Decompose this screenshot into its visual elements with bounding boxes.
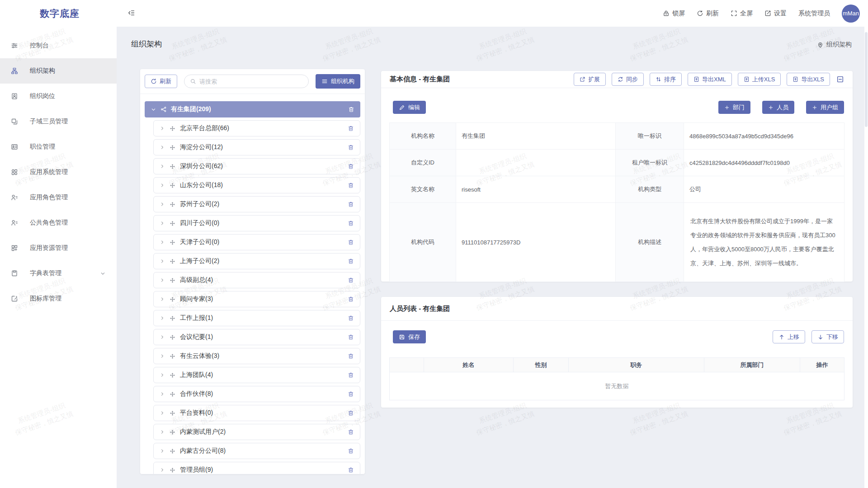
tree-item[interactable]: 内蒙古分公司(8) [153,443,360,459]
tree-item[interactable]: 苏州子公司(2) [153,196,360,212]
drag-handle[interactable] [170,391,175,397]
drag-handle[interactable] [170,296,175,302]
tree-item[interactable]: 上海子公司(2) [153,253,360,269]
drag-handle[interactable] [170,334,175,340]
delete-button[interactable] [348,391,354,397]
sidebar-item-icon-lib[interactable]: 图标库管理 [0,286,117,311]
drag-handle[interactable] [170,277,175,283]
button-sort[interactable]: 排序 [650,73,682,86]
drag-handle[interactable] [170,164,175,169]
move-up-button[interactable]: 上移 [773,330,805,343]
button-上传XLS[interactable]: 上传XLS [738,73,781,86]
delete-button[interactable] [348,353,354,359]
edit-button[interactable]: 编辑 [393,101,426,114]
button-external[interactable]: 扩展 [574,73,606,86]
delete-button[interactable] [348,144,354,150]
tree-refresh-button[interactable]: 刷新 [145,75,177,88]
tree-item[interactable]: 山东分公司(18) [153,177,360,193]
page-scrollbar[interactable] [864,27,868,488]
button-sync[interactable]: 同步 [612,73,644,86]
add-人员-button[interactable]: 人员 [762,101,794,114]
sidebar-item-dict[interactable]: 字典表管理 [0,261,117,286]
drag-handle[interactable] [170,429,175,435]
tree-item[interactable]: 会议纪要(1) [153,329,360,345]
delete-button[interactable] [348,163,354,169]
tree-item[interactable]: 平台资料(0) [153,405,360,421]
sidebar-item-org-position[interactable]: 组织岗位 [0,84,117,109]
drag-handle[interactable] [170,202,175,207]
drag-handle[interactable] [170,353,175,359]
tree-search-input[interactable] [199,78,303,85]
delete-button[interactable] [348,334,354,340]
header-action-settings[interactable]: 设置 [764,9,787,18]
tree-item[interactable]: 管理员组(9) [153,462,360,474]
tree-item[interactable]: 天津子公司(0) [153,234,360,250]
header-action-refresh[interactable]: 刷新 [697,9,719,18]
tree-item[interactable]: 海淀分公司(12) [153,139,360,155]
sidebar-item-public-role[interactable]: 公共角色管理 [0,210,117,235]
drag-handle[interactable] [170,258,175,264]
trash-icon [348,315,354,321]
trash-icon [348,353,354,359]
delete-button[interactable] [348,372,354,378]
settings-icon [764,10,771,17]
tree-item[interactable]: 深圳分公司(62) [153,158,360,174]
button-导出XLS[interactable]: 导出XLS [787,73,830,86]
drag-handle[interactable] [170,467,175,473]
tree-item[interactable]: 顾问专家(3) [153,291,360,307]
delete-button[interactable] [348,429,354,435]
tree-item[interactable]: 上海团队(4) [153,367,360,383]
header-action-lock[interactable]: 锁屏 [663,9,685,18]
delete-button[interactable] [348,258,354,264]
sidebar-item-app-resource[interactable]: 应用资源管理 [0,235,117,261]
drag-icon [170,277,175,283]
save-button[interactable]: 保存 [393,330,426,343]
delete-button[interactable] [348,182,354,188]
delete-button[interactable] [348,106,354,113]
delete-button[interactable] [348,296,354,302]
tree-item[interactable]: 四川子公司(0) [153,215,360,231]
sidebar-item-app-role[interactable]: 应用角色管理 [0,185,117,210]
tree-item[interactable]: 高级副总(4) [153,272,360,288]
drag-handle[interactable] [170,372,175,378]
drag-handle[interactable] [170,239,175,245]
delete-button[interactable] [348,448,354,454]
menu-fold-icon[interactable] [127,9,135,19]
minus-square-icon[interactable] [836,75,844,83]
add-部门-button[interactable]: 部门 [718,101,750,114]
tree-item[interactable]: 内蒙测试用户(2) [153,424,360,440]
delete-button[interactable] [348,467,354,473]
delete-button[interactable] [348,125,354,131]
move-down-button[interactable]: 下移 [811,330,844,343]
delete-button[interactable] [348,201,354,207]
delete-button[interactable] [348,277,354,283]
current-user-label[interactable]: 系统管理员 [798,9,830,18]
sidebar-item-position[interactable]: 职位管理 [0,134,117,160]
org-structure-button[interactable]: 组织机构 [316,74,360,89]
delete-button[interactable] [348,315,354,321]
tree-item[interactable]: 有生云体验(3) [153,348,360,364]
drag-handle[interactable] [170,183,175,188]
tree-item[interactable]: 工作上报(1) [153,310,360,326]
avatar[interactable]: mMan [842,5,860,23]
sidebar-item-subdomain[interactable]: 子域三员管理 [0,109,117,134]
add-用户组-button[interactable]: 用户组 [806,101,844,114]
delete-button[interactable] [348,220,354,226]
drag-handle[interactable] [170,315,175,321]
chevron-right-icon [160,164,165,169]
tree-item[interactable]: 合作伙伴(8) [153,386,360,402]
drag-handle[interactable] [170,448,175,454]
delete-button[interactable] [348,239,354,245]
button-导出XML[interactable]: 导出XML [688,73,732,86]
header-action-fullscreen[interactable]: 全屏 [731,9,753,18]
sidebar-item-org-structure[interactable]: 组织架构 [0,58,117,84]
sidebar-item-app-system[interactable]: 应用系统管理 [0,160,117,185]
drag-handle[interactable] [170,221,175,226]
delete-button[interactable] [348,410,354,416]
tree-item[interactable]: 北京平台总部(66) [153,120,360,136]
drag-handle[interactable] [170,126,175,131]
sidebar-item-console[interactable]: 控制台 [0,33,117,58]
drag-handle[interactable] [170,410,175,416]
tree-root-node[interactable]: 有生集团(209) [145,101,360,117]
drag-handle[interactable] [170,145,175,150]
